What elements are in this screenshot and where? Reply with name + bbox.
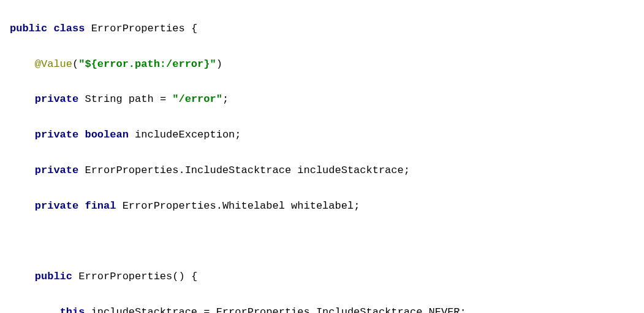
keyword-private: private	[35, 93, 78, 105]
keyword-boolean: boolean	[85, 129, 128, 141]
code-line: public class ErrorProperties {	[2, 20, 644, 38]
code-line: @Value("${error.path:/error}")	[2, 56, 644, 74]
code-line: private String path = "/error";	[2, 91, 644, 109]
keyword-final: final	[85, 200, 116, 212]
keyword-this: this	[60, 306, 85, 313]
keyword-private: private	[35, 200, 78, 212]
annotation: @Value	[35, 58, 72, 70]
code-line: public ErrorProperties() {	[2, 268, 644, 286]
keyword-class: class	[53, 23, 85, 34]
keyword-public: public	[10, 23, 47, 34]
code-line: private ErrorProperties.IncludeStacktrac…	[2, 162, 644, 180]
blank-line	[2, 233, 644, 251]
code-line: this.includeStacktrace = ErrorProperties…	[2, 304, 644, 313]
keyword-public: public	[35, 271, 72, 282]
string-literal: "/error"	[172, 93, 222, 105]
string-literal: "${error.path:/error}"	[78, 58, 216, 70]
keyword-private: private	[35, 164, 78, 176]
code-editor[interactable]: public class ErrorProperties { @Value("$…	[0, 0, 644, 313]
class-name: ErrorProperties	[91, 23, 185, 34]
code-line: private boolean includeException;	[2, 126, 644, 144]
code-line: private final ErrorProperties.Whitelabel…	[2, 198, 644, 215]
keyword-private: private	[35, 129, 78, 141]
